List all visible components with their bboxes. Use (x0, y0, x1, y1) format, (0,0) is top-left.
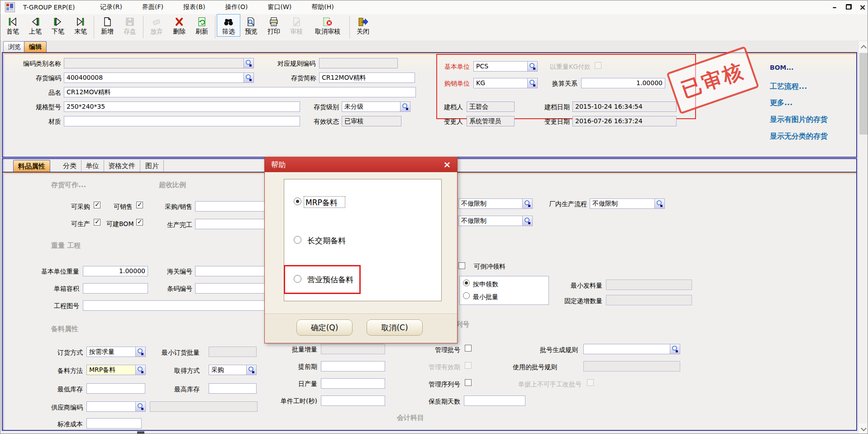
order-mode-field[interactable]: 按需求量 (86, 347, 146, 357)
help-dialog-titlebar[interactable]: 帮助 (265, 157, 457, 172)
filter-button[interactable]: 筛选 (217, 14, 240, 36)
scroll-up-button[interactable] (858, 41, 868, 52)
menu-tgroup-erp[interactable]: T-GROUP ERP(E) (19, 2, 79, 13)
cancel-button[interactable]: 取消(C) (367, 319, 423, 336)
scrollbar-thumb[interactable] (859, 53, 868, 135)
link-more[interactable]: 更多... (770, 98, 792, 108)
link-process-flow[interactable]: 工艺流程... (770, 82, 807, 92)
limit-field-1[interactable]: 不做限制 (458, 198, 533, 209)
menu-report[interactable]: 报表(B) (179, 1, 210, 13)
sellable-checkbox[interactable] (136, 202, 143, 208)
min-batch-radio[interactable] (463, 292, 470, 299)
subtab-qualification-files[interactable]: 资格文件 (104, 160, 140, 172)
acquire-mode-field[interactable]: 采购 (209, 365, 257, 375)
base-unit-field[interactable]: PCS (473, 61, 538, 72)
lookup-icon[interactable] (135, 402, 145, 411)
limit-field-2[interactable]: 不做限制 (458, 216, 533, 226)
conversion-field[interactable]: 1.00000 (581, 78, 665, 88)
menu-window[interactable]: 窗口(W) (263, 1, 296, 13)
item-short-field[interactable]: CR12MOV精料 (319, 72, 415, 83)
new-button[interactable]: 新增 (96, 14, 119, 36)
trade-unit-field[interactable]: KG (473, 78, 538, 88)
next-record-button[interactable]: 下笔 (47, 14, 69, 36)
subtab-item-properties[interactable]: 料品属性 (13, 160, 50, 172)
lookup-icon[interactable] (243, 58, 253, 68)
help-dialog: 帮助 × MRP备料 长交期备料 营业预估备料 确定(Q) 取消(C) (264, 157, 458, 343)
lookup-icon[interactable] (527, 78, 537, 88)
pay-by-weight-label: 以重量KG付款 (543, 63, 591, 71)
restore-button[interactable] (846, 4, 852, 10)
lookup-icon[interactable] (670, 344, 680, 354)
delete-button[interactable]: 删除 (168, 14, 191, 36)
lookup-icon[interactable] (527, 62, 537, 71)
lookup-icon[interactable] (246, 365, 256, 375)
daily-output-field[interactable] (321, 378, 385, 389)
menu-interface[interactable]: 界面(F) (138, 1, 168, 13)
unit-hours-field[interactable] (321, 395, 385, 406)
dialog-close-icon[interactable]: × (442, 159, 453, 170)
refresh-button[interactable]: 刷新 (191, 14, 213, 36)
lead-time-field[interactable] (321, 361, 385, 371)
factory-flow-field[interactable]: 不做限制 (590, 198, 665, 209)
subtab-classification[interactable]: 分类 (58, 160, 81, 172)
cancel-audit-button[interactable]: 取消审核 (308, 14, 348, 36)
level-field[interactable]: 未分级 (342, 101, 410, 112)
prep-method-field[interactable]: MRP备料 (86, 365, 146, 375)
factory-flow-label: 厂内生产流程 (542, 200, 587, 208)
option-mrp-radio[interactable] (294, 198, 301, 205)
purchasable-checkbox[interactable] (94, 202, 100, 208)
spec-field[interactable]: 250*240*35 (64, 101, 300, 112)
std-cost-field[interactable] (86, 418, 142, 429)
menu-help[interactable]: 帮助(H) (307, 1, 338, 13)
last-record-button[interactable]: 末笔 (69, 14, 92, 36)
shelf-life-field[interactable] (464, 395, 525, 406)
vertical-scrollbar[interactable] (858, 41, 868, 434)
close-form-button[interactable]: 关闭 (352, 14, 374, 36)
manage-batch-checkbox[interactable] (465, 345, 472, 352)
producible-checkbox[interactable] (94, 219, 100, 226)
batch-rule-field[interactable] (583, 344, 680, 354)
link-bom[interactable]: BOM... (770, 64, 793, 71)
option-long-lead-radio[interactable] (294, 236, 301, 244)
print-button[interactable]: 打印 (262, 14, 285, 36)
minimize-button[interactable]: – (829, 2, 840, 13)
box-volume-field[interactable] (83, 283, 148, 294)
item-name-field[interactable]: CR12MOV精料 (64, 87, 416, 97)
preview-button[interactable]: 预览 (240, 14, 262, 36)
material-field[interactable] (64, 116, 300, 126)
refresh-icon (196, 16, 207, 28)
can-build-bom-checkbox[interactable] (136, 219, 143, 226)
by-application-radio[interactable] (463, 280, 470, 286)
lookup-icon[interactable] (522, 216, 532, 226)
ok-button[interactable]: 确定(Q) (296, 319, 353, 336)
option-mrp-label[interactable]: MRP备料 (305, 198, 338, 208)
lookup-icon[interactable] (654, 199, 664, 208)
lookup-icon[interactable] (400, 102, 410, 111)
lookup-icon[interactable] (135, 365, 145, 375)
lookup-icon[interactable] (135, 347, 145, 357)
option-long-lead-label[interactable]: 长交期备料 (307, 236, 346, 246)
subtab-images[interactable]: 图片 (141, 160, 164, 172)
menu-record[interactable]: 记录(R) (95, 1, 127, 13)
supplier-code-field[interactable] (86, 401, 146, 412)
close-window-button[interactable]: × (857, 2, 868, 13)
manage-serial-checkbox[interactable] (465, 379, 472, 386)
prev-record-button[interactable]: 上笔 (24, 14, 47, 36)
scroll-down-button[interactable] (858, 424, 868, 434)
subtab-units[interactable]: 单位 (81, 160, 104, 172)
link-show-unclassified[interactable]: 显示无分类的存货 (770, 132, 828, 141)
first-record-button[interactable]: 首笔 (1, 14, 24, 36)
tab-edit[interactable]: 编辑 (24, 41, 47, 52)
manage-serial-label: 管理序列号 (419, 380, 460, 388)
item-code-field[interactable]: 400400008 (64, 72, 254, 83)
lookup-icon[interactable] (522, 199, 532, 208)
min-stock-field[interactable] (86, 383, 145, 394)
link-show-with-images[interactable]: 显示有图片的存货 (770, 115, 828, 125)
lookup-icon[interactable] (243, 73, 253, 82)
base-weight-field[interactable]: 1.00000 (83, 266, 148, 276)
menu-operation[interactable]: 操作(O) (221, 1, 253, 13)
backflush-checkbox[interactable] (458, 262, 465, 269)
max-stock-field[interactable] (209, 383, 257, 394)
tab-browse[interactable]: 浏览 (3, 41, 26, 52)
code-category-field[interactable] (64, 58, 254, 68)
